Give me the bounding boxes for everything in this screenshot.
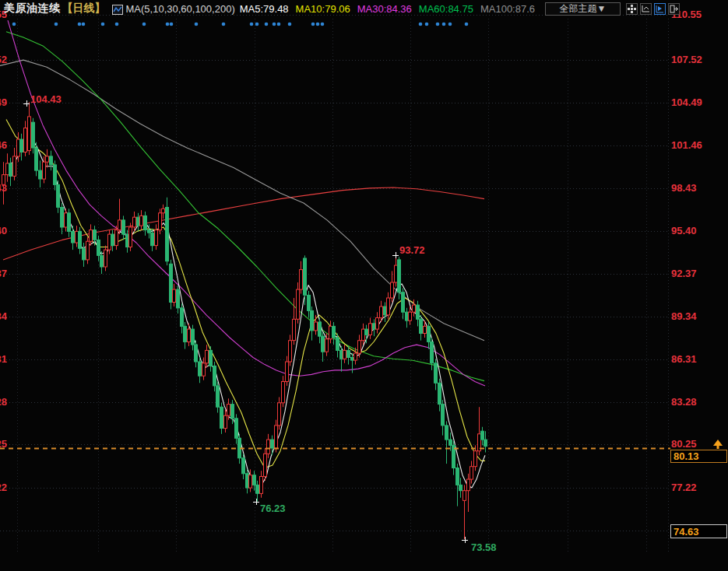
ma-line-ma100: [0, 60, 484, 341]
ma-params-label: MA(5,10,30,60,100,200): [126, 3, 235, 15]
candle-up: [300, 270, 303, 290]
candle-up: [282, 382, 285, 403]
candle-up: [264, 454, 267, 476]
candle-down: [72, 231, 75, 243]
candle-down: [420, 319, 423, 333]
candle-up: [376, 318, 379, 330]
price-axis-label: 107.52: [671, 54, 727, 66]
annotation-low-73: 73.58: [471, 541, 497, 553]
candle-up: [286, 362, 289, 382]
candle-up: [76, 231, 79, 243]
left-price-axis-label-clipped: 95.40: [0, 225, 7, 237]
period-label: 【日线】: [62, 2, 106, 16]
candle-up: [129, 227, 132, 247]
candle-down: [318, 322, 322, 336]
candle-down: [192, 329, 195, 345]
candle-up: [275, 426, 278, 448]
candle-up: [104, 250, 107, 267]
candle-down: [347, 350, 350, 357]
candle-up: [387, 298, 390, 315]
candle-up: [474, 451, 477, 467]
left-price-axis-label-clipped: 104.49: [0, 96, 7, 109]
auto-scale-icon[interactable]: [654, 3, 666, 15]
candle-down: [166, 208, 169, 261]
candle-up: [315, 322, 318, 331]
candle-down: [213, 366, 216, 386]
candle-down: [427, 326, 431, 342]
candle-up: [343, 350, 346, 359]
left-price-axis-label-clipped: 101.46: [0, 139, 7, 152]
left-price-axis-label-clipped: 98.43: [0, 182, 7, 194]
candle-up: [267, 440, 270, 454]
price-axis-label: 77.22: [671, 482, 727, 494]
theme-dropdown-button[interactable]: 全部主题▼: [545, 2, 621, 16]
candle-up: [358, 341, 361, 353]
candle-down: [340, 350, 343, 359]
current-price-box: 80.13: [670, 450, 727, 463]
candle-down: [216, 386, 220, 407]
candle-up: [46, 156, 49, 162]
ma-line-ma30: [8, 20, 485, 386]
candle-down: [111, 234, 114, 246]
candle-down: [57, 184, 60, 207]
ma-legend-value: MA60:84.75: [419, 3, 473, 15]
annotation-low-76: 76.23: [260, 503, 286, 514]
annotation-high-93: 93.72: [399, 244, 425, 256]
candle-up: [24, 128, 27, 152]
candle-down: [373, 324, 376, 329]
candle-down: [434, 363, 438, 384]
candle-down: [126, 234, 129, 247]
candle-down: [271, 440, 274, 448]
indicator-chart-icon[interactable]: [112, 4, 123, 14]
candle-up: [463, 491, 466, 501]
candle-down: [220, 407, 223, 428]
ma-line-ma10: [6, 120, 485, 468]
ma-legend-value: MA5:79.48: [240, 3, 289, 15]
candle-down: [441, 405, 445, 426]
candle-down: [304, 258, 307, 295]
candle-up: [391, 282, 394, 298]
candle-down: [484, 440, 487, 447]
candle-down: [402, 293, 405, 313]
candle-down: [253, 475, 256, 485]
candle-down: [137, 217, 140, 226]
price-axis-label: 104.49: [671, 96, 727, 109]
ma-legend: MA5:79.48MA10:79.06MA30:84.36MA60:84.75M…: [240, 2, 542, 16]
candle-down: [195, 345, 198, 362]
low-price-box: 74.63: [670, 524, 727, 538]
candle-up: [380, 307, 383, 318]
price-axis-label: 86.31: [671, 353, 727, 366]
price-axis-label: 83.28: [671, 396, 727, 408]
candle-up: [13, 156, 16, 177]
collapse-right-icon[interactable]: [668, 3, 680, 15]
candle-down: [209, 350, 213, 366]
axis-setting-icon[interactable]: [640, 3, 652, 15]
candle-down: [148, 230, 151, 233]
left-price-axis-label-clipped: 80.25: [0, 438, 7, 450]
candle-up: [227, 405, 230, 416]
symbol-title: 美原油连续: [4, 2, 61, 16]
candle-down: [431, 342, 434, 363]
candle-down: [445, 426, 448, 440]
ma-legend-value: MA30:84.36: [357, 3, 412, 15]
candle-up: [173, 289, 176, 302]
left-price-axis-label-clipped: 83.28: [0, 396, 7, 408]
candle-down: [54, 165, 57, 185]
price-axis-label: 92.37: [671, 268, 727, 280]
ma-line-ma60: [6, 32, 484, 381]
candle-down: [199, 362, 202, 376]
top-toolbar: 美原油连续 【日线】 MA(5,10,30,60,100,200) MA5:79…: [0, 0, 728, 17]
candle-down: [9, 163, 12, 176]
pan-icon[interactable]: [626, 3, 638, 15]
chart-app: 美原油连续 【日线】 MA(5,10,30,60,100,200) MA5:79…: [0, 0, 728, 571]
candle-down: [151, 233, 154, 245]
candle-down: [449, 440, 452, 445]
candle-down: [332, 326, 336, 338]
candle-up: [467, 479, 470, 491]
candlestick-chart[interactable]: [0, 0, 728, 571]
candle-down: [50, 156, 53, 165]
candle-down: [256, 485, 259, 493]
ma-legend-value: MA100:87.6: [480, 3, 535, 15]
candle-down: [231, 405, 234, 419]
candle-down: [61, 208, 64, 228]
